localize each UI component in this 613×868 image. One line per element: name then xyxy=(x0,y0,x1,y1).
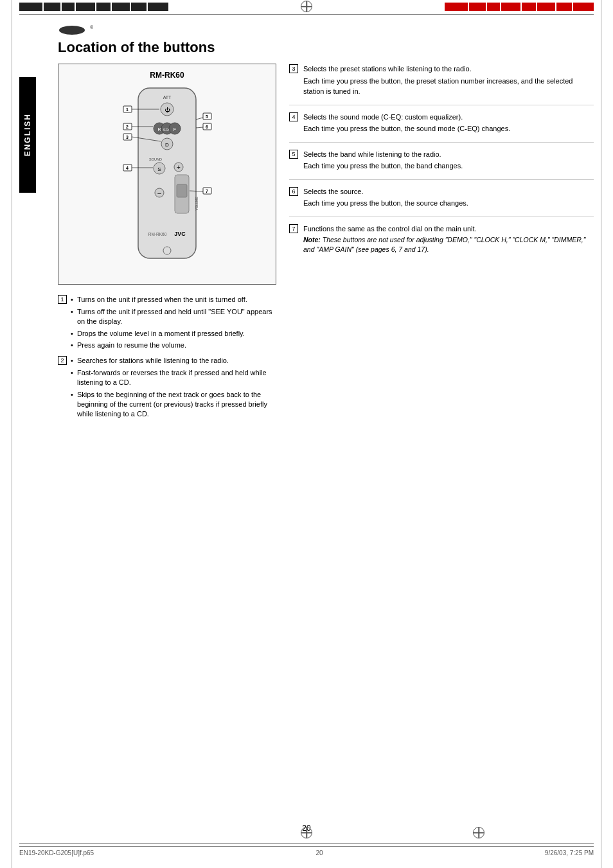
right-item-7: 7 Functions the same as the control dial… xyxy=(289,224,594,262)
seg-red-6 xyxy=(537,3,555,11)
remote-diagram: RM-RK60 ATT ⏻ 1 xyxy=(58,64,276,285)
item-2-bullets: Searches for stations while listening to… xyxy=(71,356,276,421)
right-item-6: 6 Selects the source. Each time you pres… xyxy=(289,186,594,217)
num-badge-2: 2 xyxy=(58,356,67,365)
seg-blk-4 xyxy=(76,3,95,11)
seg-red-1 xyxy=(445,3,468,11)
sidebar-english: ENGLISH xyxy=(19,77,36,193)
seg-blk-6 xyxy=(112,3,130,11)
num-badge-5: 5 xyxy=(289,150,298,159)
seg-blk-5 xyxy=(96,3,111,11)
right-column: 3 Selects the preset stations while list… xyxy=(289,64,594,426)
item-5-text: Selects the band while listening to the … xyxy=(303,149,594,173)
left-column: RM-RK60 ATT ⏻ 1 xyxy=(58,64,276,426)
footer-left: EN19-20KD-G205[U]f.p65 xyxy=(19,849,94,856)
brand-mark-area: ® xyxy=(58,24,594,37)
remote-container: ATT ⏻ 1 5 xyxy=(65,85,269,271)
callout-4-text: 4 xyxy=(126,166,129,170)
top-deco-bar xyxy=(0,0,613,13)
remote-model-title: RM-RK60 xyxy=(65,71,269,80)
bullet-1-4: Press again to resume the volume. xyxy=(71,341,276,350)
seg-red-8 xyxy=(573,3,594,11)
item-6-text: Selects the source. Each time you press … xyxy=(303,186,594,210)
footer: EN19-20KD-G205[U]f.p65 20 9/26/03, 7:25 … xyxy=(19,846,594,856)
item-6-text-2: Each time you press the button, the sour… xyxy=(303,198,594,209)
right-item-4: 4 Selects the sound mode (C-EQ: custom e… xyxy=(289,112,594,143)
bullet-2-1: Searches for stations while listening to… xyxy=(71,356,276,366)
bottom-crosshair-right xyxy=(473,827,484,840)
left-border xyxy=(12,0,12,868)
d-label: D xyxy=(165,142,169,148)
seg-red-4 xyxy=(501,3,520,11)
center-crosshair xyxy=(301,1,312,12)
right-border xyxy=(601,0,601,868)
item-7-text-1: Functions the same as the control dial o… xyxy=(303,224,594,235)
remote-model-bottom: RM-RK60 xyxy=(148,232,167,236)
footer-center: 20 xyxy=(315,849,323,856)
item-6-text-1: Selects the source. xyxy=(303,186,594,197)
left-segment-bar xyxy=(19,3,168,11)
item-4-text-2: Each time you press the button, the soun… xyxy=(303,123,594,134)
registered-mark: ® xyxy=(90,24,93,30)
item-2: 2 Searches for stations while listening … xyxy=(58,356,276,421)
power-icon: ⏻ xyxy=(164,107,170,113)
callout-3-text: 3 xyxy=(126,135,129,139)
page-title-area: Location of the buttons xyxy=(58,39,594,56)
bullet-2-2: Fast-forwards or reverses the track if p… xyxy=(71,368,276,388)
item-4-text: Selects the sound mode (C-EQ: custom equ… xyxy=(303,112,594,136)
two-col-layout: RM-RK60 ATT ⏻ 1 xyxy=(58,64,594,426)
page: ® Location of the buttons RM-RK60 xyxy=(0,0,613,868)
callout-2-text: 2 xyxy=(126,125,129,129)
callout-5-line xyxy=(196,118,203,120)
seg-red-3 xyxy=(487,3,500,11)
item-5-text-2: Each time you press the button, the band… xyxy=(303,161,594,172)
r-label: R xyxy=(157,127,161,132)
callout-6-line xyxy=(196,127,203,128)
sidebar-label: ENGLISH xyxy=(23,113,32,156)
bullet-2-3: Skips to the beginning of the next track… xyxy=(71,390,276,420)
page-title: Location of the buttons xyxy=(58,39,594,56)
callout-1-text: 1 xyxy=(126,107,129,112)
att-label: ATT xyxy=(163,95,172,100)
minus-label: – xyxy=(157,190,161,197)
item-1-bullets: Turns on the unit if pressed when the un… xyxy=(71,295,276,352)
jvc-brand: JVC xyxy=(174,231,186,237)
f-label: F xyxy=(173,127,176,132)
plus-label: + xyxy=(177,164,181,171)
callout-7-text: 7 xyxy=(206,189,208,193)
sound-label: SOUND xyxy=(149,157,162,161)
brand-oval xyxy=(59,26,85,35)
seg-blk-1 xyxy=(19,3,42,11)
right-item-5: 5 Selects the band while listening to th… xyxy=(289,149,594,180)
bottom-rule xyxy=(19,843,594,844)
num-badge-3: 3 xyxy=(289,64,298,73)
note-label: Note: xyxy=(303,236,321,244)
remote-svg: ATT ⏻ 1 5 xyxy=(103,85,231,271)
item-3-text: Selects the preset stations while listen… xyxy=(303,64,594,98)
callout-5-text: 5 xyxy=(206,114,208,119)
item-7-note: Note: These buttons are not used for adj… xyxy=(303,235,594,254)
note-content: These buttons are not used for adjusting… xyxy=(303,236,585,253)
callout-6-text: 6 xyxy=(206,125,208,129)
bullet-1-3: Drops the volume level in a moment if pr… xyxy=(71,329,276,339)
num-badge-7: 7 xyxy=(289,224,298,233)
seg-blk-2 xyxy=(44,3,60,11)
desc-section-left: 1 Turns on the unit if pressed when the … xyxy=(58,295,276,421)
bullet-1-2: Turns off the unit if pressed and held u… xyxy=(71,307,276,327)
item-4-text-1: Selects the sound mode (C-EQ: custom equ… xyxy=(303,112,594,123)
s-label: S xyxy=(157,166,161,172)
footer-right: 9/26/03, 7:25 PM xyxy=(545,849,594,856)
seg-blk-7 xyxy=(131,3,147,11)
bullet-1-1: Turns on the unit if pressed when the un… xyxy=(71,295,276,305)
item-3-text-1: Selects the preset stations while listen… xyxy=(303,64,594,75)
volume-label: VOLUME xyxy=(195,197,199,211)
seg-blk-3 xyxy=(62,3,75,11)
num-badge-1: 1 xyxy=(58,295,67,304)
right-segment-bar xyxy=(445,3,594,11)
bottom-crosshair-left xyxy=(301,827,312,840)
right-item-3: 3 Selects the preset stations while list… xyxy=(289,64,594,105)
seg-red-2 xyxy=(469,3,486,11)
seg-red-5 xyxy=(522,3,536,11)
vol-handle xyxy=(177,184,187,197)
num-badge-4: 4 xyxy=(289,112,298,121)
